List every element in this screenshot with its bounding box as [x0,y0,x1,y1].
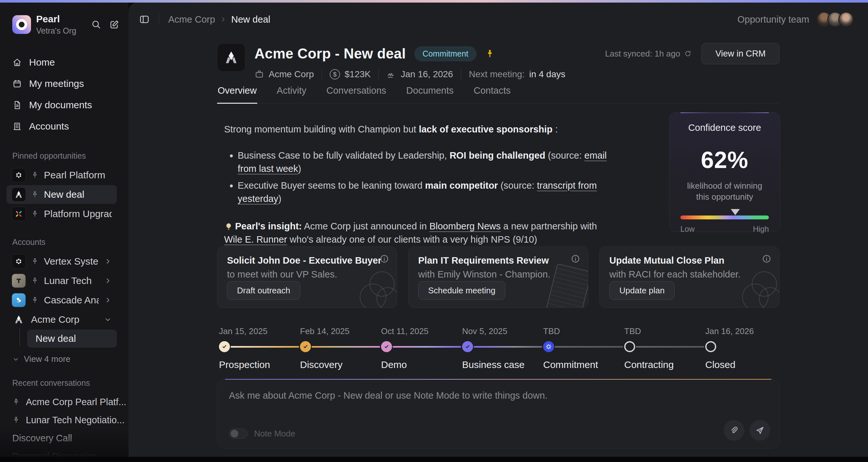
stage-dot-current [543,341,554,352]
note-mode-toggle[interactable] [229,428,248,439]
pinned-item-new-deal[interactable]: New deal [6,185,117,204]
recent-conversations-list: Acme Corp Pearl Platf... Lunar Tech Nego… [0,393,128,457]
account-item-cascade-analytics[interactable]: Cascade Analytics [6,291,117,310]
account-subitem-new-deal[interactable]: New deal [27,329,117,348]
tree-guide-line [20,328,20,346]
confidence-caption: likelihood of winning this opportunity [684,180,765,203]
lightbulb-icon [224,222,233,231]
chevron-right-icon[interactable] [104,258,112,265]
last-synced-text: Last synced: 1h ago [605,49,680,59]
confidence-gradient-bar [680,215,769,220]
stage-dot-upcoming [624,341,635,352]
stage-date: TBD [624,326,703,336]
confidence-title: Confidence score [680,122,769,133]
avatar[interactable] [838,11,854,27]
sidebar-item-accounts[interactable]: Accounts [0,116,128,137]
summary-text: ) [278,194,282,204]
partner-link[interactable]: Wile E. Runner [224,234,287,244]
tab-contacts[interactable]: Contacts [473,84,511,103]
refresh-icon[interactable] [684,50,692,58]
window-top-edge [0,0,868,3]
conversation-item[interactable]: Proposal Discussion [0,447,128,457]
opportunity-team: Opportunity team [738,11,854,27]
pinned-item-pearl-platform[interactable]: Pearl Platform [6,166,117,184]
view-in-crm-button[interactable]: View in CRM [702,43,779,64]
tab-documents[interactable]: Documents [406,84,454,103]
breadcrumb-parent[interactable]: Acme Corp [168,14,215,25]
deal-company: Acme Corp [254,69,314,80]
tab-conversations[interactable]: Conversations [326,84,387,103]
timeline-stage-business-case: Nov 5, 2025 Business case [460,326,541,336]
recommended-actions: Solicit John Doe - Executive Buyer to me… [217,247,779,308]
account-item-vertex-systems[interactable]: Vertex Systems [6,252,117,271]
view-more-accounts[interactable]: View 4 more [12,354,116,364]
pinned-item-label: New deal [44,189,112,200]
news-link[interactable]: Bloomberg News [430,221,501,231]
pin-icon [31,210,39,218]
conversation-item[interactable]: Lunar Tech Negotiatio... [0,411,128,429]
deal-stage-timeline: Jan 15, 2025 Prospection Feb 14, 2025 Di… [217,326,779,372]
chevron-right-icon[interactable] [104,277,112,285]
info-icon[interactable] [570,254,580,264]
sidebar-toggle-icon[interactable] [139,14,150,25]
conversation-item[interactable]: Discovery Call [0,429,128,447]
action-title: Update Mutual Close Plan [609,255,770,266]
send-button[interactable] [749,420,770,441]
note-mode-label: Note Mode [254,429,295,439]
draft-outreach-button[interactable]: Draft outreach [227,281,300,300]
pin-icon-gold[interactable] [485,49,495,58]
dollar-icon: $ [330,69,340,80]
summary-intro: Strong momentum building with Champion b… [224,123,609,136]
subitem-label: New deal [35,333,76,344]
sidebar-item-home[interactable]: Home [0,52,128,73]
pinned-item-label: Pearl Platform [44,170,112,181]
stage-date: Jan 16, 2026 [705,326,784,336]
chevron-down-icon[interactable] [104,316,112,323]
action-card-solicit: Solicit John Doe - Executive Buyer to me… [217,247,397,308]
update-plan-button[interactable]: Update plan [609,281,675,300]
sidebar-item-my-documents[interactable]: My documents [0,94,128,116]
summary-text: : [553,124,558,135]
account-item-label: Lunar Tech [44,275,99,286]
summary-bold: ROI being challenged [450,150,546,161]
tab-activity[interactable]: Activity [276,84,307,103]
summary-text: a new partnership with [501,221,597,231]
pin-icon [31,258,39,265]
stage-date: Nov 5, 2025 [462,326,541,336]
chat-input[interactable] [229,390,708,401]
search-icon[interactable] [91,19,101,30]
stage-label: Closed [705,359,735,370]
calendar-icon [12,79,22,89]
attach-button[interactable] [724,420,744,441]
conversation-label: Acme Corp Pearl Platf... [26,397,126,407]
confidence-marker [731,209,740,215]
toggle-knob [230,430,238,437]
sidebar-item-my-meetings[interactable]: My meetings [0,73,128,94]
tab-overview[interactable]: Overview [217,84,257,103]
account-item-lunar-tech[interactable]: Lunar Tech [6,271,117,290]
timeline-stage-commitment: TBD Commitment [541,326,622,336]
cascade-analytics-logo [11,293,26,307]
summary-text: (source: [498,180,537,191]
team-avatars [816,11,854,27]
card-top-accent [680,112,769,113]
info-icon[interactable] [762,254,771,264]
workspace-org: Vetra's Org [36,26,90,35]
summary-bullet: Executive Buyer seems to be leaning towa… [238,179,609,205]
account-item-acme-corp[interactable]: Acme Corp [6,310,117,329]
conversation-item[interactable]: Acme Corp Pearl Platf... [0,393,128,411]
workspace-logo[interactable] [12,15,31,34]
pinned-item-platform-upgrade[interactable]: Platform Upgrade [6,204,117,223]
deal-company-name: Acme Corp [269,69,314,80]
meta-divider [378,69,379,80]
schedule-meeting-button[interactable]: Schedule meeting [418,281,505,300]
chevron-right-icon[interactable] [104,296,112,304]
stage-dot-done [219,341,230,352]
next-meeting: Next meeting: in 4 days [469,69,565,80]
workspace-name: Pearl [36,13,90,25]
chevron-down-icon [12,356,20,363]
compose-icon[interactable] [109,19,120,30]
info-icon[interactable] [379,254,389,264]
timeline-connector [393,346,461,348]
pin-icon [12,398,20,406]
